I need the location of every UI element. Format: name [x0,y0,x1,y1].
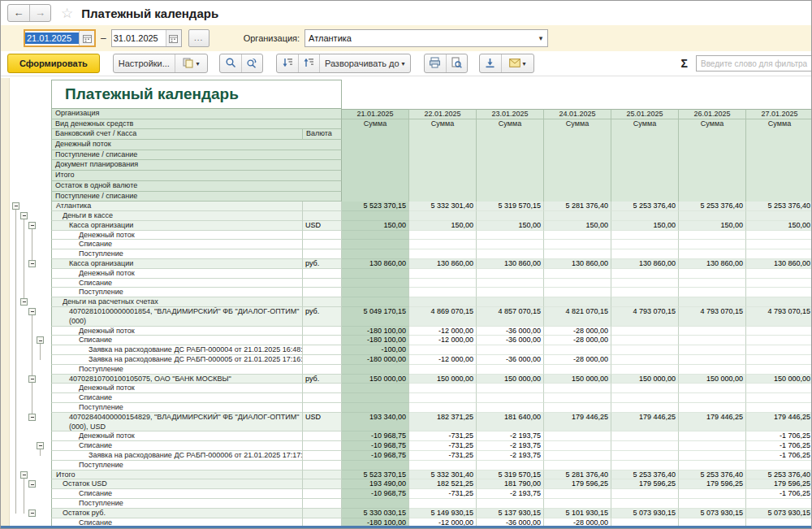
value-cell[interactable]: -12 000,00 [409,327,477,336]
value-cell[interactable]: 130 860,00 [477,259,544,269]
value-cell[interactable] [746,499,811,509]
value-cell[interactable]: 150,00 [409,221,477,231]
value-cell[interactable]: 130 860,00 [611,259,679,269]
save-file-button[interactable] [480,54,501,72]
row-label-cell[interactable]: Остаток USD [51,479,303,489]
value-cell[interactable] [544,365,611,375]
date-to-field[interactable]: 31.01.2025 [111,29,182,47]
row-label-cell[interactable]: Списание [51,279,303,288]
value-cell[interactable] [544,211,611,221]
table-row[interactable]: Поступление [9,365,811,375]
forward-button[interactable]: → [29,5,50,21]
value-cell[interactable] [611,431,679,441]
value-cell[interactable] [477,345,544,355]
value-cell[interactable] [611,451,679,461]
value-cell[interactable]: -180 100,00 [342,518,409,526]
value-cell[interactable] [679,345,746,355]
value-cell[interactable] [342,393,409,403]
row-label-cell[interactable]: Списание [51,240,303,249]
collapse-marker[interactable] [20,212,28,219]
value-cell[interactable] [611,355,679,365]
row-currency-cell[interactable] [303,509,342,518]
row-currency-cell[interactable] [303,355,342,365]
row-label-cell[interactable]: Поступление [51,288,303,297]
value-cell[interactable] [544,393,611,403]
value-cell[interactable] [746,403,811,413]
table-row[interactable]: Поступление [9,288,811,297]
table-row[interactable]: Заявка на расходование ДС РАБП-000006 от… [9,451,811,461]
value-cell[interactable]: -36 000,00 [477,355,544,365]
date-from-field[interactable]: 21.01.2025 [24,29,96,47]
value-cell[interactable]: -10 968,75 [342,489,409,499]
value-cell[interactable] [409,231,477,241]
value-cell[interactable]: -28 000,00 [544,355,611,365]
row-label-cell[interactable]: Денежный поток [51,431,303,441]
row-label-cell[interactable]: 40702810100000001854, "ВЛАДИМИРСКИЙ" ФБ … [51,307,303,327]
row-label-cell[interactable]: Списание [51,518,303,526]
row-label-cell[interactable]: Поступление [51,461,303,470]
row-currency-cell[interactable] [303,336,342,345]
value-cell[interactable] [746,518,811,526]
collapse-marker[interactable] [28,222,36,229]
value-cell[interactable]: 5 523 370,15 [342,202,409,211]
row-currency-cell[interactable] [303,451,342,461]
value-cell[interactable]: 4 869 070,15 [409,307,477,327]
row-label-cell[interactable]: Остаток руб. [51,509,303,518]
value-cell[interactable]: 182 371,25 [409,413,477,432]
value-cell[interactable] [611,249,679,259]
value-cell[interactable] [477,240,544,249]
value-cell[interactable] [611,231,679,241]
value-cell[interactable] [611,441,679,451]
table-row[interactable]: Списание-180 100,00-12 000,00-36 000,00-… [9,336,811,345]
row-label-cell[interactable]: Заявка на расходование ДС РАБП-000004 от… [51,345,303,355]
value-cell[interactable]: 5 137 930,15 [477,509,544,518]
value-cell[interactable] [746,240,811,249]
value-cell[interactable]: 5 073 930,15 [746,509,811,518]
table-row[interactable]: Деньги на расчетных счетах [9,297,811,307]
value-cell[interactable] [611,365,679,375]
value-cell[interactable] [544,297,611,307]
value-cell[interactable] [611,288,679,297]
value-cell[interactable] [746,231,811,241]
row-currency-cell[interactable]: руб. [303,375,342,384]
row-currency-cell[interactable] [303,269,342,279]
value-cell[interactable] [409,403,477,413]
value-cell[interactable]: 179 596,25 [679,479,746,489]
row-label-cell[interactable]: Денежный поток [51,327,303,336]
value-cell[interactable]: -12 000,00 [409,355,477,365]
collapse-marker[interactable] [28,414,36,421]
collapse-marker[interactable] [37,442,44,449]
row-currency-cell[interactable] [303,479,342,489]
value-cell[interactable] [679,279,746,288]
value-cell[interactable] [611,240,679,249]
value-cell[interactable]: 5 253 376,40 [679,470,746,480]
value-cell[interactable] [611,461,679,470]
row-currency-cell[interactable] [303,441,342,451]
value-cell[interactable] [409,345,477,355]
value-cell[interactable]: 150,00 [679,221,746,231]
row-label-cell[interactable]: Списание [51,336,303,345]
value-cell[interactable]: 179 596,25 [544,479,611,489]
row-currency-cell[interactable] [303,279,342,288]
value-cell[interactable] [409,393,477,403]
value-cell[interactable] [746,297,811,307]
value-cell[interactable]: -180 100,00 [342,336,409,345]
value-cell[interactable] [544,240,611,249]
value-cell[interactable]: -2 193,75 [477,451,544,461]
organization-select[interactable]: Атлантика ▾ [304,29,548,47]
collapse-marker[interactable] [37,336,44,344]
value-cell[interactable] [544,345,611,355]
value-cell[interactable] [477,461,544,470]
value-cell[interactable]: -12 000,00 [409,518,477,526]
value-cell[interactable] [544,403,611,413]
value-cell[interactable]: -10 968,75 [342,441,409,451]
row-label-cell[interactable]: Деньги в кассе [51,211,303,221]
value-cell[interactable] [544,288,611,297]
row-label-cell[interactable]: Поступление [51,249,303,259]
table-row[interactable]: Денежный поток-10 968,75-731,25-2 193,75… [9,431,811,441]
value-cell[interactable] [679,240,746,249]
value-cell[interactable] [679,431,746,441]
row-label-cell[interactable]: Списание [51,441,303,451]
table-row[interactable]: Списание-180 100,00-12 000,00-36 000,00-… [9,518,811,526]
table-row[interactable]: Деньги в кассе [9,211,811,221]
